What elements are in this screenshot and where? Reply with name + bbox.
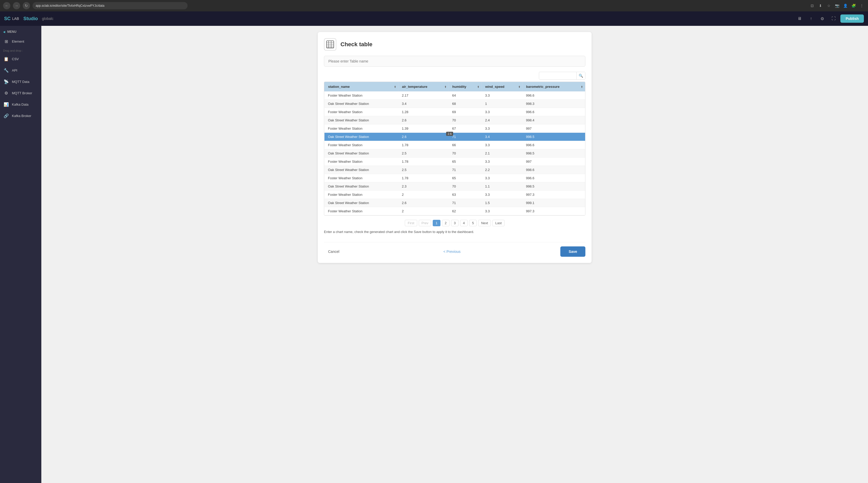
app-logo: SCLAB Studio xyxy=(4,16,38,22)
cell-wind_speed-row2: 3.3 xyxy=(482,108,522,116)
api-icon: 🔧 xyxy=(3,67,9,73)
table-row[interactable]: Foster Weather Station2633.3997.3 xyxy=(324,191,585,199)
table-row[interactable]: Foster Weather Station2623.3997.3 xyxy=(324,207,585,216)
pagination-page-4[interactable]: 4 xyxy=(460,220,468,226)
sidebar-item-element[interactable]: ⊞ Element xyxy=(0,36,41,47)
sidebar-item-csv[interactable]: 📋 CSV xyxy=(0,53,41,65)
table-name-input[interactable] xyxy=(324,56,585,67)
star-icon[interactable]: ☆ xyxy=(826,3,832,9)
resize-icon[interactable]: ⛶ xyxy=(829,14,838,23)
table-row[interactable]: Oak Street Weather Station2.5712.2998.6 xyxy=(324,166,585,174)
sidebar-item-api[interactable]: 🔧 API xyxy=(0,65,41,76)
cell-barometric_pressure-row4: 997 xyxy=(522,125,585,133)
check-table-panel: Check table 🔍 station_name ⬆ xyxy=(318,32,592,263)
col-wind-speed[interactable]: wind_speed ⬆ xyxy=(482,82,522,91)
col-station-name[interactable]: station_name ⬆ xyxy=(324,82,398,91)
table-row[interactable]: Foster Weather Station1.78653.3997 xyxy=(324,158,585,166)
pagination-page-1[interactable]: 1 xyxy=(433,220,440,226)
camera-icon[interactable]: 📷 xyxy=(834,3,840,9)
share-icon[interactable]: ↑ xyxy=(806,14,815,23)
col-barometric-pressure[interactable]: barometric_pressure ⬆ xyxy=(522,82,585,91)
forward-button[interactable]: → xyxy=(13,2,20,9)
cell-wind_speed-row1: 1 xyxy=(482,100,522,108)
cell-air_temperature-row2: 1.28 xyxy=(398,108,448,116)
sidebar-item-kafka-data[interactable]: 📊 Kafka Data xyxy=(0,99,41,110)
table-row[interactable]: Foster Weather Station1.39673.3997 xyxy=(324,125,585,133)
cancel-button[interactable]: Cancel xyxy=(324,247,344,256)
settings-icon[interactable]: ⚙ xyxy=(817,14,827,23)
cell-air_temperature-row13: 2.6 xyxy=(398,199,448,207)
search-input[interactable] xyxy=(539,72,576,79)
sidebar-item-mqtt-broker[interactable]: ⚙ MQTT Broker xyxy=(0,87,41,99)
cell-barometric_pressure-row8: 997 xyxy=(522,158,585,166)
main-content: Check table 🔍 station_name ⬆ xyxy=(41,26,868,483)
cell-station_name-row13: Oak Street Weather Station xyxy=(324,199,398,207)
sidebar-item-mqtt-data[interactable]: 📡 MQTT Data xyxy=(0,76,41,87)
cell-wind_speed-row10: 3.3 xyxy=(482,174,522,182)
col-humidity[interactable]: humidity ⬆ xyxy=(448,82,481,91)
cell-air_temperature-row14: 2 xyxy=(398,207,448,216)
cell-wind_speed-row13: 1.5 xyxy=(482,199,522,207)
back-button[interactable]: ← xyxy=(3,2,10,9)
save-button[interactable]: Save xyxy=(560,247,585,257)
menu-icon[interactable]: ⋮ xyxy=(859,3,865,9)
app-topbar: SCLAB Studio globalc 🖥 ↑ ⚙ ⛶ Publish xyxy=(0,11,868,26)
table-row[interactable]: Foster Weather Station2.17643.3996.6 xyxy=(324,91,585,100)
topbar-right: 🖥 ↑ ⚙ ⛶ Publish xyxy=(795,14,864,23)
cell-barometric_pressure-row6: 996.6 xyxy=(522,141,585,149)
col-wind-speed-label: wind_speed xyxy=(485,85,504,89)
reload-button[interactable]: ↻ xyxy=(23,2,30,9)
cell-station_name-row5: Oak Street Weather Station xyxy=(324,133,398,141)
monitor-icon[interactable]: 🖥 xyxy=(795,14,804,23)
cell-barometric_pressure-row7: 998.5 xyxy=(522,149,585,158)
table-row[interactable]: Oak Street Weather Station3.4681998.3 xyxy=(324,100,585,108)
logo-lab: LAB xyxy=(12,17,19,21)
table-row[interactable]: Foster Weather Station1.28693.3996.6 xyxy=(324,108,585,116)
col-air-temperature[interactable]: air_temperature ⬆ xyxy=(398,82,448,91)
sidebar-menu-header: ◀ MENU xyxy=(0,28,41,36)
publish-button[interactable]: Publish xyxy=(840,14,864,23)
profile-icon[interactable]: 👤 xyxy=(842,3,848,9)
table-row[interactable]: Oak Street Weather Station2.62.6713.4998… xyxy=(324,133,585,141)
table-row[interactable]: Foster Weather Station1.78663.3996.6 xyxy=(324,141,585,149)
pagination-first[interactable]: First xyxy=(405,220,417,226)
table-row[interactable]: Foster Weather Station1.78653.3996.6 xyxy=(324,174,585,182)
sidebar-collapse-icon[interactable]: ◀ xyxy=(3,30,5,33)
pagination-page-3[interactable]: 3 xyxy=(451,220,459,226)
url-text: app.sclab.io/editor/site/Tk4xHRqCxtzvwPY… xyxy=(36,4,104,7)
data-table-wrapper: station_name ⬆ air_temperature ⬆ humidit… xyxy=(324,82,585,216)
pagination: First Prev 1 2 3 4 5 Next Last xyxy=(324,220,585,226)
search-bar-container: 🔍 xyxy=(324,72,585,79)
table-row[interactable]: Oak Street Weather Station2.6711.5999.1 xyxy=(324,199,585,207)
browser-chrome: ← → ↻ app.sclab.io/editor/site/Tk4xHRqCx… xyxy=(0,0,868,11)
pagination-prev[interactable]: Prev xyxy=(419,220,431,226)
pagination-last[interactable]: Last xyxy=(492,220,504,226)
table-row[interactable]: Oak Street Weather Station2.5702.1998.5 xyxy=(324,149,585,158)
pagination-next[interactable]: Next xyxy=(478,220,491,226)
site-name: globalc xyxy=(42,17,54,21)
extensions-icon[interactable]: 🧩 xyxy=(850,3,857,9)
pagination-page-5[interactable]: 5 xyxy=(469,220,476,226)
url-bar: app.sclab.io/editor/site/Tk4xHRqCxtzvwPY… xyxy=(33,2,188,9)
element-icon: ⊞ xyxy=(3,38,9,44)
table-row[interactable]: Oak Street Weather Station2.6702.4998.4 xyxy=(324,116,585,125)
table-row[interactable]: Oak Street Weather Station2.3701.1998.5 xyxy=(324,182,585,191)
col-baro-pressure-label: barometric_pressure xyxy=(526,85,560,89)
pagination-page-2[interactable]: 2 xyxy=(442,220,450,226)
cell-humidity-row4: 67 xyxy=(448,125,481,133)
cell-wind_speed-row5: 3.4 xyxy=(482,133,522,141)
cast-icon[interactable]: ⊡ xyxy=(809,3,815,9)
cell-station_name-row8: Foster Weather Station xyxy=(324,158,398,166)
cell-station_name-row10: Foster Weather Station xyxy=(324,174,398,182)
cell-air_temperature-row9: 2.5 xyxy=(398,166,448,174)
kafka-data-icon: 📊 xyxy=(3,101,9,107)
cell-air_temperature-row7: 2.5 xyxy=(398,149,448,158)
col-humidity-label: humidity xyxy=(452,85,466,89)
search-button[interactable]: 🔍 xyxy=(576,72,585,79)
download-icon[interactable]: ⬇ xyxy=(817,3,824,9)
cell-station_name-row14: Foster Weather Station xyxy=(324,207,398,216)
cell-barometric_pressure-row2: 996.6 xyxy=(522,108,585,116)
sidebar-item-kafka-broker[interactable]: 🔗 Kafka Broker xyxy=(0,110,41,121)
panel-header: Check table xyxy=(324,38,585,51)
previous-button[interactable]: < Previous xyxy=(439,247,465,256)
